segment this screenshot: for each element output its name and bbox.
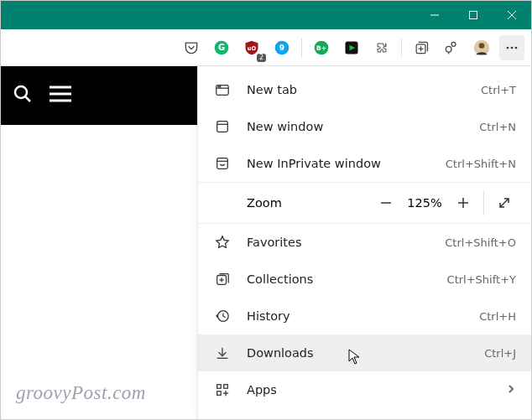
menu-shortcut: Ctrl+Shift+O [445, 236, 516, 249]
svg-point-30 [220, 86, 221, 87]
history-icon [213, 307, 232, 325]
menu-label: Favorites [247, 236, 445, 249]
zoom-divider [483, 190, 484, 215]
chevron-right-icon [506, 383, 516, 397]
menu-shortcut: Ctrl+T [481, 84, 516, 96]
menu-label: Collections [247, 272, 447, 286]
menu-shortcut: Ctrl+Shift+Y [447, 273, 516, 286]
menu-collections[interactable]: Collections Ctrl+Shift+Y [198, 261, 531, 298]
svg-text:B+: B+ [316, 44, 326, 51]
menu-label: New InPrivate window [247, 157, 446, 170]
minimize-button[interactable] [415, 1, 454, 29]
fullscreen-button[interactable] [488, 186, 521, 220]
bplus-extension-icon[interactable]: B+ [309, 35, 334, 60]
svg-text:uO: uO [248, 44, 257, 51]
profile-avatar[interactable] [469, 35, 494, 60]
svg-rect-47 [217, 391, 222, 396]
menu-label: New tab [247, 83, 481, 96]
svg-rect-31 [217, 122, 228, 132]
menu-zoom-row: Zoom 125% [198, 182, 531, 224]
inprivate-icon [213, 154, 232, 173]
menu-shortcut: Ctrl+Shift+N [446, 158, 516, 170]
maximize-button[interactable] [454, 1, 493, 29]
svg-point-15 [451, 42, 456, 46]
gmail-extension-icon[interactable]: 9 [269, 35, 295, 60]
svg-rect-46 [224, 385, 228, 389]
extensions-puzzle-icon[interactable] [369, 35, 394, 60]
svg-point-18 [479, 43, 485, 49]
svg-point-22 [15, 86, 27, 98]
search-icon[interactable] [13, 84, 33, 107]
toolbar-divider [301, 39, 302, 57]
menu-label: Apps [247, 383, 506, 397]
zoom-out-button[interactable] [369, 186, 403, 220]
menu-favorites[interactable]: Favorites Ctrl+Shift+O [198, 224, 531, 261]
menu-shortcut: Ctrl+J [484, 347, 516, 360]
feedback-icon[interactable] [439, 35, 464, 60]
menu-downloads[interactable]: Downloads Ctrl+J [198, 334, 531, 371]
svg-point-19 [507, 46, 509, 49]
ublock-extension-icon[interactable]: uO 2 [239, 35, 264, 60]
menu-extensions[interactable]: Extensions [198, 408, 531, 419]
menu-label: History [247, 309, 479, 323]
menu-shortcut: Ctrl+N [479, 121, 516, 133]
svg-point-20 [511, 46, 514, 49]
zoom-label: Zoom [247, 196, 369, 210]
svg-point-16 [446, 46, 451, 52]
close-button[interactable] [493, 1, 531, 29]
svg-rect-1 [470, 12, 477, 19]
pocket-extension-icon[interactable] [179, 35, 204, 60]
grammarly-extension-icon[interactable]: G [209, 35, 234, 60]
settings-dropdown-menu: New tab Ctrl+T New window Ctrl+N New InP… [197, 66, 531, 419]
svg-rect-45 [217, 385, 222, 389]
toolbar-divider [401, 39, 402, 57]
menu-apps[interactable]: Apps [198, 371, 531, 408]
star-icon [213, 233, 232, 251]
new-tab-icon [213, 80, 232, 99]
svg-line-38 [500, 199, 509, 207]
svg-line-23 [25, 96, 30, 101]
menu-history[interactable]: History Ctrl+H [198, 298, 531, 334]
ublock-badge: 2 [257, 54, 266, 62]
svg-point-21 [515, 46, 518, 49]
menu-new-window[interactable]: New window Ctrl+N [198, 108, 531, 145]
collections-toolbar-icon[interactable] [409, 35, 434, 60]
extensions-icon [213, 417, 232, 419]
page-header-dark [1, 66, 197, 125]
svg-rect-33 [217, 158, 228, 169]
new-window-icon [213, 117, 232, 136]
zoom-value: 125% [403, 196, 446, 210]
watermark-text: groovyPost.com [16, 382, 146, 404]
zoom-in-button[interactable] [446, 186, 480, 220]
hamburger-menu-icon[interactable] [48, 84, 73, 107]
menu-label: Downloads [247, 346, 484, 360]
menu-new-inprivate[interactable]: New InPrivate window Ctrl+Shift+N [198, 145, 531, 182]
window-titlebar [1, 1, 531, 29]
svg-text:9: 9 [279, 43, 284, 52]
media-extension-icon[interactable] [339, 35, 364, 60]
menu-shortcut: Ctrl+H [479, 310, 516, 323]
menu-label: New window [247, 120, 479, 133]
settings-ellipsis-button[interactable] [499, 35, 524, 60]
collections-icon [213, 270, 232, 288]
menu-new-tab[interactable]: New tab Ctrl+T [198, 71, 531, 108]
apps-icon [213, 381, 232, 399]
download-icon [213, 344, 232, 362]
svg-point-29 [218, 86, 219, 87]
svg-text:G: G [218, 43, 225, 52]
browser-toolbar: G uO 2 9 B+ [1, 29, 531, 66]
